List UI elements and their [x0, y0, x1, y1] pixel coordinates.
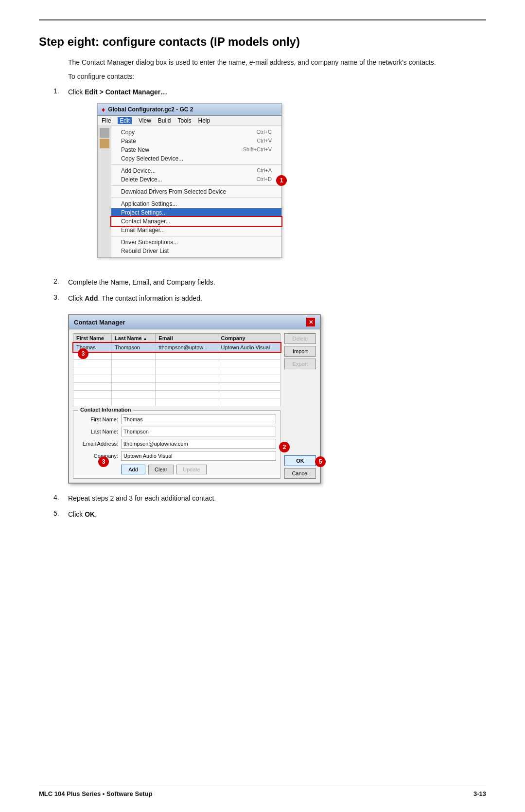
menu-item-app-settings[interactable]: Application Settings...: [111, 199, 281, 208]
menu-download-drivers-label: Download Drivers From Selected Device: [121, 188, 226, 195]
menu-item-paste[interactable]: Paste Ctrl+V: [111, 137, 281, 145]
step-3-number: 3.: [53, 293, 68, 301]
dialog-title: Contact Manager: [74, 319, 125, 326]
menu-delete-device-shortcut: Ctrl+D: [257, 176, 272, 183]
menu-item-contact-manager[interactable]: Contact Manager...: [111, 217, 281, 226]
callout-badge-2: 2: [279, 442, 290, 452]
menu-paste-shortcut: Ctrl+V: [257, 138, 272, 144]
menu-item-copy[interactable]: Copy Ctrl+C: [111, 128, 281, 137]
callout-badge-3a-wrapper: 3: [78, 348, 88, 359]
email-input[interactable]: [121, 439, 276, 449]
menu-app-settings-label: Application Settings...: [121, 200, 177, 207]
menu-copy-shortcut: Ctrl+C: [257, 129, 272, 136]
callout-badge-2-wrapper: 2: [279, 442, 290, 452]
spacer: [284, 371, 316, 453]
cell-email: tthompson@uptow...: [156, 343, 218, 352]
step-5: 5. Click OK.: [53, 509, 486, 520]
menu-bar[interactable]: File Edit View Build Tools Help: [98, 116, 281, 126]
steps-2-3: 2. Complete the Name, Email, and Company…: [53, 277, 486, 304]
step-4: 4. Repeat steps 2 and 3 for each additio…: [53, 493, 486, 504]
menu-edit[interactable]: Edit: [118, 117, 132, 124]
step-2-number: 2.: [53, 277, 68, 285]
menu-icon-copy: [100, 128, 109, 138]
menu-title-bar: ♦ Global Configurator.gc2 - GC 2: [98, 104, 281, 116]
step-1: 1. Click Edit > Contact Manager…: [53, 87, 486, 97]
col-first-name: First Name: [73, 334, 112, 343]
contact-table: First Name Last Name Email Company Thoma…: [73, 333, 280, 406]
step-1-content: Click Edit > Contact Manager…: [68, 87, 167, 97]
menu-add-device-shortcut: Ctrl+A: [257, 167, 272, 174]
menu-item-email-manager[interactable]: Email Manager...: [111, 226, 281, 235]
menu-item-rebuild-driver[interactable]: Rebuild Driver List: [111, 247, 281, 255]
menu-tools[interactable]: Tools: [178, 117, 192, 124]
menu-screenshot-wrapper: ♦ Global Configurator.gc2 - GC 2 File Ed…: [68, 103, 282, 268]
step-1-text: Click: [68, 88, 85, 96]
menu-paste-new-label: Paste New: [121, 146, 149, 153]
menu-contact-manager-label: Contact Manager...: [121, 218, 170, 225]
empty-row-4: [73, 375, 280, 383]
top-rule: [39, 19, 486, 20]
table-header-row: First Name Last Name Email Company: [73, 334, 280, 343]
table-row[interactable]: Thomas Thompson tthompson@uptow... Uptow…: [73, 343, 280, 352]
step-5-number: 5.: [53, 509, 68, 517]
email-row: Email Address:: [77, 439, 276, 449]
menu-driver-subs-label: Driver Subscriptions...: [121, 239, 178, 246]
col-company: Company: [218, 334, 280, 343]
clear-button[interactable]: Clear: [148, 465, 174, 474]
menu-item-delete-device[interactable]: Delete Device... Ctrl+D: [111, 175, 281, 184]
delete-button[interactable]: Delete: [284, 333, 316, 344]
configure-text: To configure contacts:: [68, 72, 486, 80]
company-input[interactable]: [121, 451, 276, 461]
step-4-text: Repeat steps 2 and 3 for each additional…: [68, 493, 216, 504]
menu-item-add-device[interactable]: Add Device... Ctrl+A: [111, 166, 281, 175]
ok-button[interactable]: OK: [284, 455, 316, 466]
cell-company: Uptown Audio Visual: [218, 343, 280, 352]
update-button[interactable]: Update: [176, 465, 206, 474]
menu-item-project-settings[interactable]: Project Settings...: [111, 208, 281, 217]
cancel-button[interactable]: Cancel: [284, 468, 316, 479]
first-name-input[interactable]: [121, 415, 276, 424]
callout-badge-3b-wrapper: 3: [98, 456, 109, 467]
menu-build[interactable]: Build: [158, 117, 171, 124]
last-name-input[interactable]: [121, 427, 276, 436]
menu-icon-device: [100, 139, 109, 148]
step-3-rest: . The contact information is added.: [98, 294, 202, 302]
empty-row-6: [73, 391, 280, 398]
step-3: 3. Click Add. The contact information is…: [53, 293, 486, 304]
intro-text-1: The Contact Manager dialog box is used t…: [68, 57, 486, 68]
step-2: 2. Complete the Name, Email, and Company…: [53, 277, 486, 288]
menu-copy-label: Copy: [121, 129, 135, 136]
menu-item-download-drivers[interactable]: Download Drivers From Selected Device: [111, 187, 281, 196]
menu-file[interactable]: File: [102, 117, 111, 124]
menu-help[interactable]: Help: [198, 117, 210, 124]
menu-item-copy-device[interactable]: Copy Selected Device...: [111, 154, 281, 163]
dialog-close-button[interactable]: ✕: [306, 318, 315, 326]
empty-row-3: [73, 367, 280, 375]
menu-item-driver-subs[interactable]: Driver Subscriptions...: [111, 238, 281, 247]
dialog-wrapper: Contact Manager ✕ First Name Last Name E…: [53, 309, 321, 484]
menu-divider-1: [111, 164, 281, 165]
menu-paste-label: Paste: [121, 138, 136, 144]
empty-row-5: [73, 383, 280, 391]
empty-row-1: [73, 352, 280, 360]
add-button[interactable]: Add: [121, 465, 145, 474]
steps-4-5: 4. Repeat steps 2 and 3 for each additio…: [53, 493, 486, 520]
step-5-rest: .: [95, 510, 97, 518]
gc-icon: ♦: [102, 106, 105, 113]
page-footer: MLC 104 Plus Series • Software Setup 3-1…: [39, 786, 486, 797]
menu-screenshot: ♦ Global Configurator.gc2 - GC 2 File Ed…: [97, 103, 282, 258]
step-2-text: Complete the Name, Email, and Company fi…: [68, 277, 215, 288]
callout-badge-5-wrapper: 5: [315, 456, 326, 467]
step-3-text: Click Add. The contact information is ad…: [68, 293, 202, 304]
export-button[interactable]: Export: [284, 359, 316, 369]
import-button[interactable]: Import: [284, 346, 316, 357]
menu-title: Global Configurator.gc2 - GC 2: [108, 106, 193, 113]
dialog-title-bar: Contact Manager ✕: [69, 315, 320, 329]
menu-divider-3: [111, 198, 281, 198]
col-email: Email: [156, 334, 218, 343]
empty-row-7: [73, 398, 280, 406]
last-name-row: Last Name:: [77, 427, 276, 436]
menu-icons-col: [98, 126, 111, 257]
menu-item-paste-new[interactable]: Paste New Shift+Ctrl+V: [111, 145, 281, 154]
menu-view[interactable]: View: [139, 117, 151, 124]
